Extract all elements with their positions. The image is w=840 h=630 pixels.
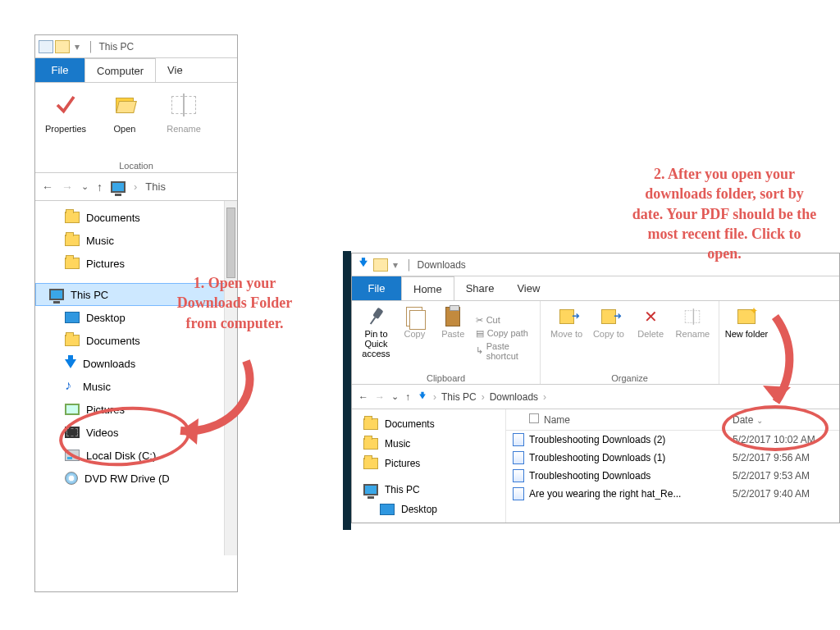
scrollbar-thumb[interactable] xyxy=(226,208,235,278)
copypath-button: ▤Copy path xyxy=(476,328,535,339)
nav-label: Music xyxy=(385,438,410,450)
ribbon-group-location: Location xyxy=(35,161,237,171)
tree-item-documents[interactable]: Documents xyxy=(35,206,237,229)
delete-label: Delete xyxy=(637,329,664,339)
tree-label: Downloads xyxy=(83,358,135,370)
moveto-button: Move to xyxy=(546,304,587,371)
download-arrow-icon xyxy=(65,359,76,368)
rename-label: Rename xyxy=(167,124,201,134)
navigation-pane: Documents Music Pictures This PC Desktop xyxy=(352,409,506,523)
clipboard-mini: ✂Cut ▤Copy path ↳Paste shortcut xyxy=(472,304,535,371)
tree-label: Documents xyxy=(86,335,140,347)
ribbon: Properties Open Rename Location xyxy=(35,83,237,173)
svg-marker-1 xyxy=(763,386,791,402)
monitor-icon xyxy=(111,181,126,193)
tab-view[interactable]: Vie xyxy=(156,58,194,82)
annotation-step2: 2. After you open your downloads folder,… xyxy=(630,164,819,263)
forward-button: → xyxy=(62,180,73,194)
qat-dropdown-icon[interactable]: ▾ xyxy=(71,41,83,52)
history-dropdown-icon[interactable]: ⌄ xyxy=(81,181,89,192)
folder-icon xyxy=(65,212,80,223)
moveto-label: Move to xyxy=(550,329,582,339)
properties-button[interactable]: Properties xyxy=(42,88,89,171)
pin-label: Pin to Quick access xyxy=(357,329,395,358)
pasteshortcut-label: Paste shortcut xyxy=(486,341,535,361)
copy-icon xyxy=(404,306,425,327)
file-date: 5/2/2017 9:56 AM xyxy=(733,452,839,463)
file-date: 5/2/2017 9:40 AM xyxy=(733,488,839,500)
open-label: Open xyxy=(114,124,136,134)
tab-file[interactable]: File xyxy=(35,58,84,82)
tab-share[interactable]: Share xyxy=(454,276,506,300)
tree-label: Music xyxy=(86,235,114,247)
annotation-step1: 1. Open your Downloads Folder from compu… xyxy=(169,273,300,333)
folder-icon xyxy=(363,418,378,430)
annotation-arrow-2 xyxy=(746,312,804,418)
pin-button[interactable]: Pin to Quick access xyxy=(357,304,395,371)
tab-file[interactable]: File xyxy=(352,276,401,300)
quick-access-toolbar: ▾ xyxy=(39,40,83,53)
checkmark-icon xyxy=(52,91,80,119)
tree-item-dvd[interactable]: DVD RW Drive (D xyxy=(35,467,237,490)
group-clipboard: Clipboard xyxy=(352,373,540,383)
crumb-downloads[interactable]: Downloads xyxy=(490,391,538,403)
rename-icon xyxy=(170,91,198,119)
up-button[interactable]: ↑ xyxy=(405,391,410,403)
folder-icon xyxy=(65,335,80,346)
qat-monitor-icon[interactable] xyxy=(39,40,53,53)
nav-label: Pictures xyxy=(385,458,420,469)
ribbon-tabs: File Computer Vie xyxy=(35,58,237,83)
download-arrow-icon[interactable] xyxy=(358,259,369,271)
folder-icon xyxy=(363,458,378,469)
copypath-icon: ▤ xyxy=(476,328,484,339)
tab-home[interactable]: Home xyxy=(401,276,454,300)
breadcrumb[interactable]: This xyxy=(145,180,166,193)
copy-button: Copy xyxy=(395,304,434,371)
document-icon xyxy=(513,451,524,464)
document-icon xyxy=(513,487,524,500)
file-row[interactable]: Troubleshooting Downloads (1)5/2/2017 9:… xyxy=(506,449,839,467)
qat-dropdown-icon[interactable]: ▾ xyxy=(390,259,401,271)
file-row[interactable]: Are you wearing the right hat_Re...5/2/2… xyxy=(506,485,839,503)
back-button[interactable]: ← xyxy=(358,391,368,403)
tree-label: Pictures xyxy=(86,258,125,270)
history-dropdown-icon[interactable]: ⌄ xyxy=(391,391,399,402)
quick-access-toolbar: ▾ xyxy=(355,258,401,272)
nav-thispc[interactable]: This PC xyxy=(352,480,505,500)
delete-icon: ✕ xyxy=(640,306,661,327)
nav-pictures[interactable]: Pictures xyxy=(352,454,505,473)
title-bar: ▾ │ This PC xyxy=(35,35,237,58)
select-all-checkbox[interactable] xyxy=(529,413,539,423)
download-arrow-icon xyxy=(419,394,426,399)
nav-music[interactable]: Music xyxy=(352,434,505,454)
column-name[interactable]: Name xyxy=(506,413,733,426)
ribbon-tabs: File Home Share View xyxy=(352,276,839,301)
breadcrumb[interactable]: › This PC › Downloads › xyxy=(417,391,546,403)
open-button[interactable]: Open xyxy=(101,88,148,171)
rename-icon xyxy=(682,306,703,327)
crumb-thispc[interactable]: This PC xyxy=(441,391,477,403)
back-button[interactable]: ← xyxy=(42,180,53,194)
tab-computer[interactable]: Computer xyxy=(84,58,156,82)
up-button[interactable]: ↑ xyxy=(97,180,103,194)
pasteshortcut-button: ↳Paste shortcut xyxy=(476,341,535,361)
forward-button: → xyxy=(375,391,385,403)
tree-item-pictures[interactable]: Pictures xyxy=(35,252,237,275)
document-icon xyxy=(513,469,524,482)
cut-button: ✂Cut xyxy=(476,315,535,326)
nav-label: Desktop xyxy=(401,504,437,515)
qat-folder-icon[interactable] xyxy=(373,258,388,272)
qat-folder-icon[interactable] xyxy=(55,40,70,53)
window-title: Downloads xyxy=(418,259,466,271)
disc-icon xyxy=(65,472,78,485)
tab-view[interactable]: View xyxy=(505,276,551,300)
group-organize: Organize xyxy=(541,373,719,383)
nav-desktop[interactable]: Desktop xyxy=(352,500,505,519)
tree-label: Desktop xyxy=(86,312,126,324)
nav-documents[interactable]: Documents xyxy=(352,414,505,434)
copyto-icon xyxy=(598,306,619,327)
music-note-icon: ♪ xyxy=(65,380,76,393)
folder-icon xyxy=(363,438,378,450)
file-row[interactable]: Troubleshooting Downloads5/2/2017 9:53 A… xyxy=(506,467,839,485)
tree-item-music[interactable]: Music xyxy=(35,229,237,252)
